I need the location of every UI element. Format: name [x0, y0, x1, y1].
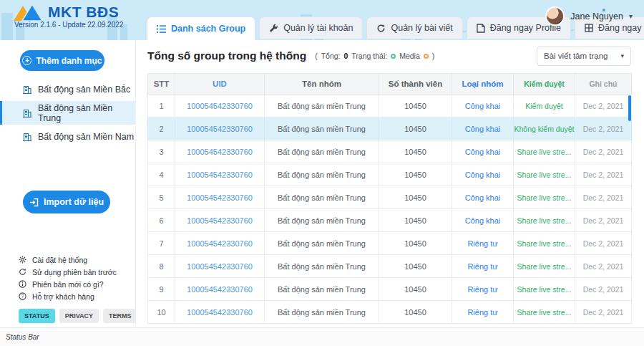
gear-icon	[19, 256, 26, 264]
status-label: Trạng thái:	[351, 52, 387, 60]
table-scrollbar-thumb[interactable]	[628, 95, 631, 121]
logo-mountains-icon	[11, 2, 44, 22]
cell-stt: 2	[148, 117, 175, 140]
cell-group-name: Bất động sản miền Trung	[265, 278, 379, 301]
tab-quan-ly-tai-khoan[interactable]: Quản lý tài khoản	[259, 16, 363, 39]
cell-stt: 9	[148, 278, 175, 301]
cell-uid-link[interactable]: 100054542330760	[175, 209, 265, 232]
cell-group-type: Riêng tư	[452, 232, 514, 255]
group-table-container: STT UID Tên nhóm Số thành viên Loại nhóm…	[147, 73, 631, 324]
sync-icon	[376, 24, 386, 33]
building-icon	[22, 108, 32, 118]
media-label: Media	[399, 52, 420, 60]
col-stt: STT	[148, 74, 175, 95]
cell-uid-link[interactable]: 100054542330760	[175, 255, 265, 278]
cell-members: 10450	[379, 301, 452, 324]
col-ghi-chu: Ghi chú	[575, 74, 632, 95]
table-row[interactable]: 3 100054542330760 Bất động sản miền Trun…	[148, 140, 632, 163]
table-header-row: STT UID Tên nhóm Số thành viên Loại nhóm…	[148, 74, 632, 95]
sidebar-item-mien-nam[interactable]: Bất động sản Miền Nam	[0, 125, 135, 148]
cell-moderation: Share live stre...	[514, 186, 575, 209]
cell-uid-link[interactable]: 100054542330760	[175, 301, 265, 324]
cell-note: Dec 2, 2021	[575, 163, 632, 186]
col-so-thanh-vien: Số thành viên	[379, 74, 452, 95]
tab-danh-sach-group[interactable]: Danh sách Group	[147, 16, 255, 40]
privacy-badge[interactable]: PRIVACY	[59, 309, 99, 323]
customer-support-link[interactable]: ? Hỗ trợ khách hàng	[0, 290, 135, 302]
footer-link-label: Hỗ trợ khách hàng	[32, 292, 94, 301]
tab-quan-ly-bai-viet[interactable]: Quản lý bài viết	[366, 16, 462, 39]
cell-note: Dec 2, 2021	[575, 209, 632, 232]
table-row[interactable]: 4 100054542330760 Bất động sản miền Trun…	[148, 163, 632, 186]
cell-note: Dec 2, 2021	[575, 186, 632, 209]
table-row[interactable]: 1 100054542330760 Bất động sản miền Trun…	[148, 95, 632, 117]
cell-group-name: Bất động sản miền Trung	[265, 232, 379, 255]
help-icon: ?	[19, 292, 26, 300]
cell-moderation: Share live stre...	[514, 301, 575, 324]
group-stats: ( Tổng: 0 Trạng thái: Media )	[315, 52, 434, 60]
cell-group-type: Công khai	[452, 163, 514, 186]
add-category-button[interactable]: + Thêm danh mục	[20, 50, 104, 71]
system-settings-link[interactable]: Cài đặt hệ thống	[0, 254, 135, 266]
cell-uid-link[interactable]: 100054542330760	[175, 163, 265, 186]
previous-version-link[interactable]: Sử dụng phiên bản trước	[0, 266, 135, 278]
whats-new-link[interactable]: Phiên bản mới có gì?	[0, 278, 135, 290]
table-row[interactable]: 9 100054542330760 Bất động sản miền Trun…	[148, 278, 632, 301]
sidebar-item-mien-trung[interactable]: Bất động sản Miền Trung	[0, 101, 135, 125]
table-row[interactable]: 6 100054542330760 Bất động sản miền Trun…	[148, 209, 632, 232]
media-ring-icon	[424, 54, 429, 59]
page-title: Tổng số group trong hệ thống	[147, 49, 306, 62]
total-label: Tổng:	[321, 52, 341, 60]
cell-moderation: Kiểm duyệt	[514, 95, 575, 117]
chevron-down-icon: ▾	[629, 12, 633, 20]
cell-group-type: Công khai	[452, 117, 514, 140]
cell-stt: 7	[148, 232, 175, 255]
group-table-body: 1 100054542330760 Bất động sản miền Trun…	[148, 95, 632, 324]
table-row[interactable]: 2 100054542330760 Bất động sản miền Trun…	[148, 117, 632, 140]
cell-uid-link[interactable]: 100054542330760	[175, 232, 265, 255]
total-value: 0	[343, 52, 348, 60]
svg-text:?: ?	[21, 294, 24, 299]
footer-link-label: Phiên bản mới có gì?	[32, 280, 104, 289]
cell-group-name: Bất động sản miền Trung	[265, 117, 379, 140]
building-icon	[22, 132, 32, 142]
sidebar-item-label: Bất động sản Miền Bắc	[38, 85, 130, 95]
status-ring-icon	[391, 54, 396, 59]
table-row[interactable]: 10 100054542330760 Bất động sản miền Tru…	[148, 301, 632, 324]
footer-link-label: Sử dụng phiên bản trước	[32, 268, 117, 277]
table-row[interactable]: 8 100054542330760 Bất động sản miền Trun…	[148, 255, 632, 278]
cell-uid-link[interactable]: 100054542330760	[175, 278, 265, 301]
cell-group-name: Bất động sản miền Trung	[265, 301, 379, 324]
cell-group-type: Công khai	[452, 95, 514, 117]
logo-text: MKT BĐS	[48, 4, 119, 21]
user-menu[interactable]: Jane Nguyen ▾	[545, 6, 633, 26]
terms-badge[interactable]: TERMS	[103, 309, 137, 323]
avatar	[545, 6, 565, 26]
cell-uid-link[interactable]: 100054542330760	[175, 117, 265, 140]
cell-members: 10450	[379, 140, 452, 163]
cell-moderation: Share live stre...	[514, 255, 575, 278]
import-data-button[interactable]: Import dữ liệu	[23, 191, 110, 213]
col-ten-nhom: Tên nhóm	[265, 74, 379, 95]
cell-moderation: Share live stre...	[514, 140, 575, 163]
cell-stt: 3	[148, 140, 175, 163]
cell-uid-link[interactable]: 100054542330760	[175, 95, 265, 117]
main-content: Tổng số group trong hệ thống ( Tổng: 0 T…	[136, 40, 644, 327]
cell-group-name: Bất động sản miền Trung	[265, 186, 379, 209]
cell-stt: 10	[148, 301, 175, 324]
version-label: Version 2.1.6 - Update 22.09.2022	[14, 21, 123, 29]
app-window: MKT BĐS Version 2.1.6 - Update 22.09.202…	[0, 0, 644, 346]
cell-members: 10450	[379, 209, 452, 232]
table-row[interactable]: 7 100054542330760 Bất động sản miền Trun…	[148, 232, 632, 255]
cell-group-type: Riêng tư	[452, 301, 514, 324]
cell-uid-link[interactable]: 100054542330760	[175, 186, 265, 209]
table-row[interactable]: 5 100054542330760 Bất động sản miền Trun…	[148, 186, 632, 209]
status-badge[interactable]: STATUS	[19, 309, 55, 323]
cell-group-name: Bất động sản miền Trung	[265, 95, 379, 117]
cell-group-type: Công khai	[452, 140, 514, 163]
post-type-dropdown[interactable]: Bài viết tâm trạng ▾	[537, 47, 631, 66]
dropdown-value: Bài viết tâm trạng	[544, 52, 608, 60]
category-list: Bất động sản Miền Bắc Bất động sản Miền …	[0, 77, 135, 148]
cell-uid-link[interactable]: 100054542330760	[175, 140, 265, 163]
sidebar-item-mien-bac[interactable]: Bất động sản Miền Bắc	[0, 77, 135, 101]
